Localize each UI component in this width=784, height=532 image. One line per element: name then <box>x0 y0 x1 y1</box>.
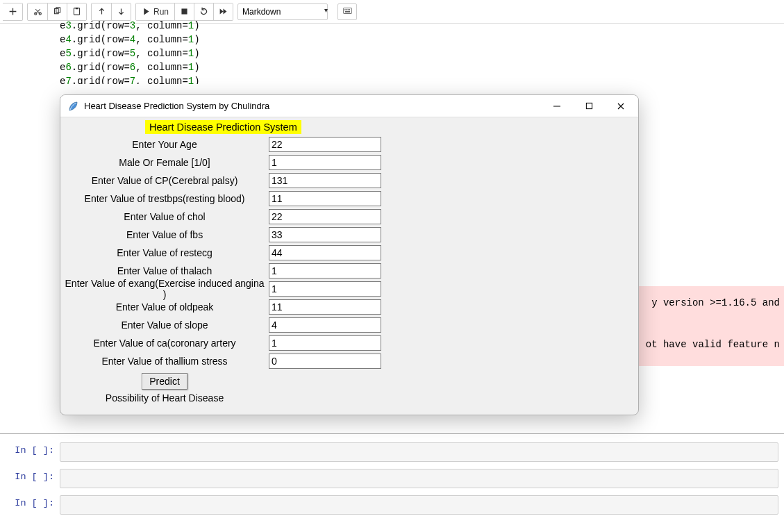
cell-separator <box>0 433 784 434</box>
arrow-up-icon <box>97 7 106 16</box>
toolbar-save-group <box>3 3 23 21</box>
tk-field-label: Male Or Female [1/0] <box>60 153 269 172</box>
tk-field-input[interactable] <box>269 335 381 351</box>
arrow-down-icon <box>117 7 126 16</box>
tk-field-input[interactable] <box>269 299 381 315</box>
code-line: e6.grid(row=6, column=1) <box>60 60 777 74</box>
maximize-icon <box>585 102 593 110</box>
tk-field-label: Enter Value of exang(Exercise induced an… <box>60 280 269 298</box>
warning-line-2: ot have valid feature n <box>646 338 780 351</box>
svg-rect-8 <box>344 9 345 10</box>
minimize-icon <box>553 102 561 110</box>
run-button[interactable]: Run <box>136 3 174 20</box>
empty-cells-region: In [ ]:In [ ]:In [ ]: <box>0 433 784 522</box>
cell-prompt: In [ ]: <box>6 495 60 515</box>
toolbar-move-group <box>91 3 131 21</box>
tk-field-label: Enter Value of ca(coronary artery <box>60 334 269 352</box>
restart-run-all-button[interactable] <box>213 3 233 20</box>
svg-rect-9 <box>346 9 347 10</box>
tk-field-input[interactable] <box>269 137 381 152</box>
svg-rect-13 <box>586 103 592 108</box>
input-cell[interactable]: In [ ]: <box>6 469 778 488</box>
code-line: e7.grid(row=7, column=1) <box>60 74 777 84</box>
close-icon <box>617 102 625 110</box>
tk-field-input[interactable] <box>269 317 381 333</box>
minimize-button[interactable] <box>541 95 573 117</box>
tk-field-label: Enter Value of oldpeak <box>60 298 269 316</box>
svg-rect-5 <box>76 8 78 9</box>
tk-field-input[interactable] <box>269 173 381 188</box>
play-icon <box>142 7 151 16</box>
paste-button[interactable] <box>67 3 86 20</box>
tk-field-input[interactable] <box>269 245 381 260</box>
tk-body: Heart Disease Prediction System Enter Yo… <box>60 117 638 409</box>
command-palette-button[interactable] <box>337 3 357 20</box>
code-line: e4.grid(row=4, column=1) <box>60 33 777 47</box>
tk-predict-row: Predict <box>60 370 269 391</box>
svg-rect-10 <box>347 9 348 10</box>
toolbar-run-group: Run <box>135 3 233 21</box>
tk-field-label: Enter Value of fbs <box>60 226 269 244</box>
svg-rect-6 <box>181 8 187 14</box>
tk-feather-icon <box>67 101 78 112</box>
cell-type-select-wrap: Markdown <box>237 3 332 20</box>
cut-icon <box>33 7 42 16</box>
svg-rect-7 <box>343 8 351 13</box>
visible-code-fragment: e3.grid(row=3, column=1)e4.grid(row=4, c… <box>0 24 784 87</box>
tk-window-controls <box>541 95 637 117</box>
code-line: e3.grid(row=3, column=1) <box>60 19 777 33</box>
tk-field-input[interactable] <box>269 354 381 369</box>
fast-forward-icon <box>219 7 228 16</box>
tk-field-label: Enter Value of CP(Cerebral palsy) <box>60 172 269 190</box>
tk-field-input[interactable] <box>269 209 381 224</box>
restart-button[interactable] <box>194 3 213 20</box>
warning-line-1: y version >=1.16.5 and <box>651 296 780 310</box>
tk-field-label: Enter Your Age <box>60 135 269 153</box>
svg-rect-12 <box>344 11 349 12</box>
paste-icon <box>72 7 81 16</box>
tk-field-input[interactable] <box>269 263 381 279</box>
maximize-button[interactable] <box>573 95 605 117</box>
tk-field-label: Enter Value of slope <box>60 316 269 334</box>
toolbar-edit-group <box>27 3 87 21</box>
insert-cell-button[interactable] <box>3 3 22 20</box>
tk-field-input[interactable] <box>269 155 381 170</box>
predict-button[interactable]: Predict <box>142 373 187 390</box>
restart-icon <box>199 7 208 16</box>
close-button[interactable] <box>605 95 637 117</box>
code-input-area[interactable] <box>60 469 778 488</box>
cell-type-select[interactable]: Markdown <box>237 3 328 20</box>
svg-point-0 <box>34 13 36 15</box>
tk-field-input[interactable] <box>269 227 381 242</box>
code-line: e5.grid(row=5, column=1) <box>60 47 777 60</box>
keyboard-icon <box>343 6 352 17</box>
copy-icon <box>53 7 62 16</box>
svg-rect-11 <box>349 9 349 10</box>
move-up-button[interactable] <box>92 3 111 20</box>
tk-field-label: Enter Value of restecg <box>60 244 269 262</box>
cell-prompt: In [ ]: <box>6 469 60 488</box>
interrupt-button[interactable] <box>174 3 194 20</box>
cut-button[interactable] <box>28 3 47 20</box>
tkinter-window: Heart Disease Prediction System by Chuli… <box>60 94 639 415</box>
code-input-area[interactable] <box>60 442 778 462</box>
stop-icon <box>180 7 189 16</box>
tk-field-label: Enter Value of chol <box>60 208 269 226</box>
code-input-area[interactable] <box>60 495 778 515</box>
tk-field-label: Enter Value of trestbps(resting blood) <box>60 190 269 208</box>
input-cell[interactable]: In [ ]: <box>6 442 778 462</box>
cell-prompt: In [ ]: <box>6 442 60 462</box>
tk-titlebar[interactable]: Heart Disease Prediction System by Chuli… <box>60 95 638 117</box>
plus-icon <box>8 7 17 16</box>
tk-heading: Heart Disease Prediction System <box>145 120 301 134</box>
move-down-button[interactable] <box>111 3 131 20</box>
tk-field-input[interactable] <box>269 191 381 206</box>
input-cell[interactable]: In [ ]: <box>6 495 778 515</box>
tk-window-title: Heart Disease Prediction System by Chuli… <box>84 101 541 111</box>
tk-field-input[interactable] <box>269 281 381 297</box>
copy-button[interactable] <box>47 3 67 20</box>
run-button-label: Run <box>153 7 169 17</box>
tk-field-label: Enter Value of thallium stress <box>60 352 269 370</box>
tk-form-grid: Enter Your AgeMale Or Female [1/0]Enter … <box>60 135 638 405</box>
tk-result-label: Possibility of Heart Disease <box>60 391 269 405</box>
